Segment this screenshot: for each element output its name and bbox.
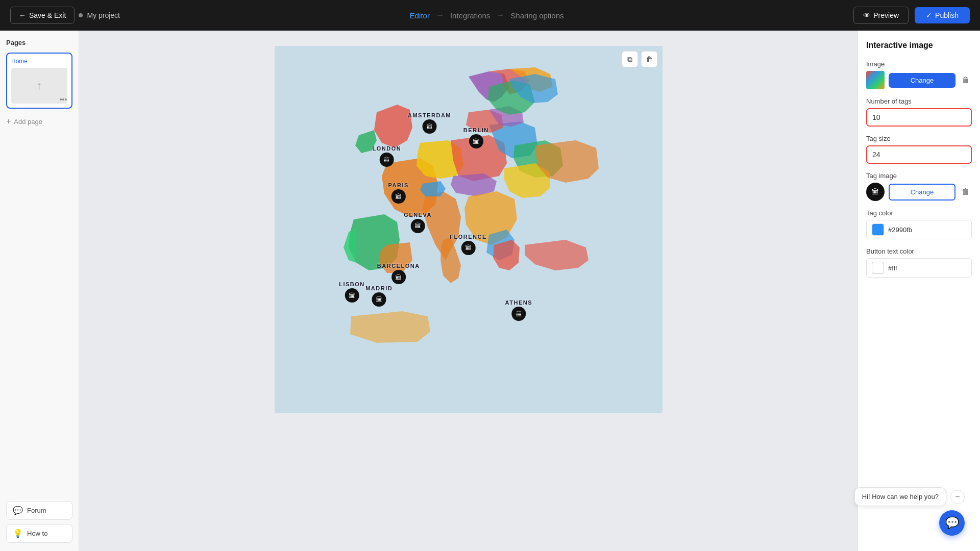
- preview-label: Preview: [873, 11, 899, 19]
- sidebar-bottom: 💬 Forum 💡 How to: [6, 501, 72, 543]
- tag-color-value: #2990fb: [888, 226, 912, 234]
- publish-label: Publish: [935, 11, 959, 19]
- preview-button[interactable]: 👁 Preview: [853, 7, 909, 24]
- eye-icon: 👁: [863, 11, 870, 19]
- right-panel: Interactive image Image Change 🗑 Number …: [857, 31, 980, 551]
- upload-icon: ↑: [36, 79, 42, 93]
- tag-image-preview: 🏛: [866, 183, 885, 201]
- tag-image-group: Tag image 🏛 Change 🗑: [866, 172, 972, 201]
- nav-editor[interactable]: Editor: [410, 11, 430, 20]
- button-text-color-group: Button text color #fff: [866, 247, 972, 278]
- tag-image-label: Tag image: [866, 172, 972, 180]
- plus-icon: +: [6, 117, 11, 126]
- tag-size-input[interactable]: [866, 145, 972, 164]
- tag-size-group: Tag size: [866, 135, 972, 164]
- chat-fab-button[interactable]: 💬: [939, 510, 965, 536]
- duplicate-tool-button[interactable]: ⧉: [622, 51, 638, 67]
- chat-minimize-button[interactable]: −: [950, 490, 965, 504]
- delete-tool-button[interactable]: 🗑: [641, 51, 657, 67]
- chat-widget: Hi! How can we help you? − 💬: [854, 487, 965, 536]
- save-exit-button[interactable]: ← Save & Exit: [10, 7, 75, 24]
- canvas-toolbar: ⧉ 🗑: [622, 51, 657, 67]
- tag-size-label: Tag size: [866, 135, 972, 142]
- button-text-color-value: #fff: [888, 264, 897, 272]
- lightbulb-icon: 💡: [13, 529, 23, 538]
- nav-sharing-options[interactable]: Sharing options: [510, 11, 564, 20]
- button-text-color-row[interactable]: #fff: [866, 258, 972, 278]
- image-row: Change 🗑: [866, 71, 972, 89]
- add-page-button[interactable]: + Add page: [6, 115, 72, 128]
- forum-icon: 💬: [13, 506, 23, 515]
- check-icon: ✓: [926, 11, 932, 19]
- back-arrow-icon: ←: [19, 11, 26, 19]
- canvas-wrapper[interactable]: ⧉ 🗑: [275, 46, 663, 413]
- image-field-group: Image Change 🗑: [866, 60, 972, 89]
- home-page-card[interactable]: Home ↑ •••: [6, 53, 72, 109]
- number-of-tags-label: Number of tags: [866, 97, 972, 105]
- publish-button[interactable]: ✓ Publish: [915, 7, 970, 23]
- forum-button[interactable]: 💬 Forum: [6, 501, 72, 520]
- save-exit-label: Save & Exit: [29, 11, 66, 19]
- image-label: Image: [866, 60, 972, 68]
- europe-map: [275, 46, 663, 413]
- how-to-label: How to: [27, 530, 47, 537]
- number-of-tags-input[interactable]: [866, 108, 972, 127]
- header-nav: Editor → Integrations → Sharing options: [410, 11, 564, 20]
- chat-bubble-row: Hi! How can we help you? −: [854, 487, 965, 506]
- forum-label: Forum: [27, 507, 46, 514]
- svg-rect-0: [275, 46, 663, 413]
- change-image-button[interactable]: Change: [889, 73, 955, 88]
- button-text-color-label: Button text color: [866, 247, 972, 255]
- page-more-button[interactable]: •••: [58, 94, 68, 105]
- chat-bubble: Hi! How can we help you?: [854, 487, 946, 506]
- add-page-label: Add page: [14, 118, 42, 126]
- number-of-tags-group: Number of tags: [866, 97, 972, 127]
- pages-title: Pages: [6, 39, 72, 46]
- delete-tag-image-button[interactable]: 🗑: [960, 185, 972, 198]
- tag-image-row: 🏛 Change 🗑: [866, 183, 972, 201]
- how-to-button[interactable]: 💡 How to: [6, 524, 72, 543]
- nav-integrations[interactable]: Integrations: [450, 11, 490, 20]
- main-layout: Pages Home ↑ ••• + Add page 💬 Forum 💡 Ho…: [0, 0, 980, 551]
- nav-arrow-2: →: [496, 11, 504, 20]
- tag-color-group: Tag color #2990fb: [866, 209, 972, 239]
- button-text-color-swatch[interactable]: [872, 262, 884, 274]
- image-thumbnail: [866, 71, 885, 89]
- header: ← Save & Exit My project Editor → Integr…: [0, 0, 980, 31]
- minimize-icon: −: [955, 492, 960, 502]
- header-actions: 👁 Preview ✓ Publish: [853, 7, 970, 24]
- nav-arrow-1: →: [436, 11, 444, 20]
- status-dot: [79, 13, 83, 17]
- sidebar: Pages Home ↑ ••• + Add page 💬 Forum 💡 Ho…: [0, 31, 79, 551]
- home-label: Home: [11, 58, 67, 65]
- panel-title: Interactive image: [866, 41, 972, 50]
- change-tag-image-button[interactable]: Change: [889, 184, 955, 201]
- project-name: My project: [87, 11, 120, 19]
- canvas-area: ⧉ 🗑: [79, 31, 857, 551]
- tag-color-row[interactable]: #2990fb: [866, 220, 972, 239]
- delete-image-button[interactable]: 🗑: [960, 73, 972, 87]
- tag-color-swatch[interactable]: [872, 223, 884, 236]
- messenger-icon: 💬: [945, 516, 959, 530]
- header-left: ← Save & Exit My project: [10, 7, 120, 24]
- tag-color-label: Tag color: [866, 209, 972, 217]
